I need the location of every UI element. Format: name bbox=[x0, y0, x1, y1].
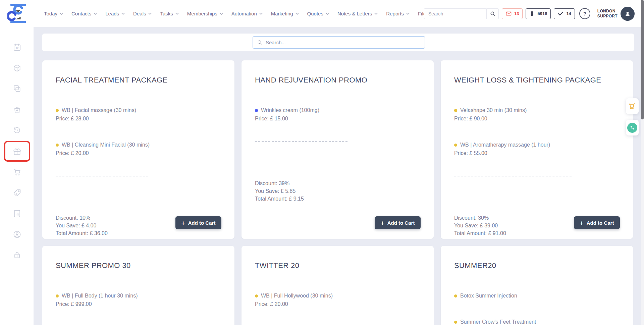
nav-item-notes-letters[interactable]: Notes & Letters bbox=[337, 11, 378, 16]
price-tag-icon: $ bbox=[13, 188, 21, 197]
nav-label: Today bbox=[44, 11, 57, 16]
item-price: Price: £ 28.00 bbox=[56, 115, 221, 122]
plus-icon: + bbox=[181, 220, 185, 226]
nav-item-contacts[interactable]: Contacts bbox=[71, 11, 97, 16]
item-dot bbox=[255, 294, 258, 297]
nav-label: Automation bbox=[231, 11, 257, 16]
sidebar-item-products[interactable] bbox=[13, 64, 21, 72]
item-name: WB | Aromatherapy massage (1 hour) bbox=[460, 141, 550, 149]
nav-item-automation[interactable]: Automation bbox=[231, 11, 263, 16]
item-name-row: Summer Crow's Feet Treatment bbox=[454, 318, 620, 325]
item-price: Price: £ 20.00 bbox=[255, 301, 421, 308]
sidebar-item-purchases[interactable] bbox=[13, 105, 21, 114]
item-name: Velashape 30 min (30 mins) bbox=[460, 107, 527, 114]
package-card-weight-loss: WEIGHT LOSS & TIGHTENING PACKAGE Velasha… bbox=[441, 60, 633, 239]
package-items: WB | Full Body (1 hour 30 mins) Price: £… bbox=[56, 292, 221, 308]
sidebar-item-cart[interactable] bbox=[13, 168, 21, 176]
plus-icon: + bbox=[580, 220, 584, 226]
help-button[interactable]: ? bbox=[579, 8, 590, 19]
sidebar-item-calendar[interactable]: 12 bbox=[13, 43, 21, 52]
package-card-facial-treatment: FACIAL TREATMENT PACKAGE WB | Facial mas… bbox=[42, 60, 234, 239]
floating-phone-button[interactable] bbox=[626, 120, 639, 136]
package-title: TWITTER 20 bbox=[255, 261, 421, 270]
navbar-search-input[interactable] bbox=[424, 8, 486, 19]
package-icon bbox=[13, 64, 21, 72]
chevron-down-icon bbox=[121, 13, 125, 15]
chevron-down-icon bbox=[374, 13, 378, 15]
nav-item-memberships[interactable]: Memberships bbox=[187, 11, 223, 16]
calls-counter-badge[interactable]: 5918 bbox=[526, 8, 551, 19]
nav-item-marketing[interactable]: Marketing bbox=[271, 11, 299, 16]
sidebar-item-packages[interactable] bbox=[13, 147, 21, 156]
packages-search-field[interactable] bbox=[253, 36, 425, 49]
chevron-down-icon bbox=[296, 13, 299, 15]
hourglass-logo-icon bbox=[7, 3, 29, 24]
add-to-cart-label: Add to Cart bbox=[587, 220, 614, 226]
copy-icon bbox=[13, 84, 21, 93]
item-name-row: WB | Cleansing Mini Facial (30 mins) bbox=[56, 141, 221, 149]
sidebar-item-security[interactable] bbox=[13, 251, 21, 259]
user-name-line1: LONDON bbox=[597, 9, 618, 14]
item-dot bbox=[454, 144, 457, 147]
nav-item-today[interactable]: Today bbox=[44, 11, 63, 16]
item-name-row: Botox Summer Injection bbox=[454, 292, 620, 300]
sidebar-item-account[interactable] bbox=[13, 230, 21, 239]
package-items: WB | Facial massage (30 mins) Price: £ 2… bbox=[56, 107, 221, 157]
item-name: WB | Full Hollywood (30 mins) bbox=[261, 292, 333, 300]
item-name: WB | Full Body (1 hour 30 mins) bbox=[62, 292, 138, 300]
lock-icon bbox=[13, 251, 21, 259]
nav-item-tasks[interactable]: Tasks bbox=[160, 11, 178, 16]
question-icon: ? bbox=[583, 11, 586, 16]
search-icon bbox=[490, 11, 496, 17]
package-items: Velashape 30 min (30 mins) Price: £ 90.0… bbox=[454, 107, 620, 157]
calls-count: 5918 bbox=[537, 11, 547, 16]
account-icon bbox=[13, 230, 21, 239]
item-name-row: WB | Facial massage (30 mins) bbox=[56, 107, 221, 114]
phone-circle bbox=[627, 123, 637, 133]
item-name: Summer Crow's Feet Treatment bbox=[460, 318, 536, 325]
phone-icon bbox=[630, 125, 635, 130]
nav-item-reports[interactable]: Reports bbox=[386, 11, 410, 16]
add-to-cart-button[interactable]: +Add to Cart bbox=[375, 216, 421, 229]
sidebar-item-pricing[interactable]: $ bbox=[13, 188, 21, 197]
nav-label: Memberships bbox=[187, 11, 217, 16]
package-title: FACIAL TREATMENT PACKAGE bbox=[56, 75, 221, 85]
floating-cart-button[interactable] bbox=[626, 98, 639, 114]
package-title: SUMMER PROMO 30 bbox=[56, 261, 221, 270]
nav-item-deals[interactable]: Deals bbox=[133, 11, 152, 16]
sidebar-item-history[interactable] bbox=[13, 126, 21, 135]
calendar-icon: 12 bbox=[13, 43, 21, 52]
add-to-cart-label: Add to Cart bbox=[387, 220, 415, 226]
package-item: Velashape 30 min (30 mins) Price: £ 90.0… bbox=[454, 107, 620, 122]
add-to-cart-button[interactable]: +Add to Cart bbox=[175, 216, 221, 229]
package-title: WEIGHT LOSS & TIGHTENING PACKAGE bbox=[454, 75, 620, 85]
item-name-row: WB | Full Body (1 hour 30 mins) bbox=[56, 292, 221, 300]
add-to-cart-button[interactable]: +Add to Cart bbox=[574, 216, 620, 229]
you-save-line: You Save: £ 5.85 bbox=[255, 187, 421, 195]
item-dot bbox=[56, 294, 59, 297]
package-title: SUMMER20 bbox=[454, 261, 620, 270]
packages-grid: FACIAL TREATMENT PACKAGE WB | Facial mas… bbox=[42, 60, 634, 325]
sidebar-item-duplicates[interactable] bbox=[13, 84, 21, 93]
package-item: WB | Full Hollywood (30 mins) Price: £ 2… bbox=[255, 292, 421, 308]
chevron-down-icon bbox=[175, 13, 179, 15]
nav-label: Leads bbox=[105, 11, 119, 16]
package-card-twitter-20: TWITTER 20 WB | Full Hollywood (30 mins)… bbox=[241, 246, 434, 325]
app-logo[interactable] bbox=[7, 3, 29, 24]
packages-search-input[interactable] bbox=[266, 40, 421, 45]
item-price: Price: £ 20.00 bbox=[56, 150, 221, 157]
main-nav-menu: Today Contacts Leads Deals Tasks Members… bbox=[44, 0, 429, 27]
avatar[interactable] bbox=[621, 7, 635, 21]
sidebar-item-reports[interactable] bbox=[13, 209, 21, 218]
mail-counter-badge[interactable]: 13 bbox=[502, 8, 523, 19]
nav-item-leads[interactable]: Leads bbox=[105, 11, 125, 16]
nav-label: Deals bbox=[133, 11, 146, 16]
scrollbar-track[interactable] bbox=[641, 0, 644, 325]
user-name: LONDON SUPPORT bbox=[597, 9, 618, 19]
navbar-search-button[interactable] bbox=[486, 8, 499, 19]
nav-item-quotes[interactable]: Quotes bbox=[307, 11, 329, 16]
svg-text:$: $ bbox=[16, 193, 17, 195]
package-item: WB | Cleansing Mini Facial (30 mins) Pri… bbox=[56, 141, 221, 157]
scrollbar-thumb[interactable] bbox=[641, 0, 644, 119]
tasks-counter-badge[interactable]: 14 bbox=[554, 8, 575, 19]
